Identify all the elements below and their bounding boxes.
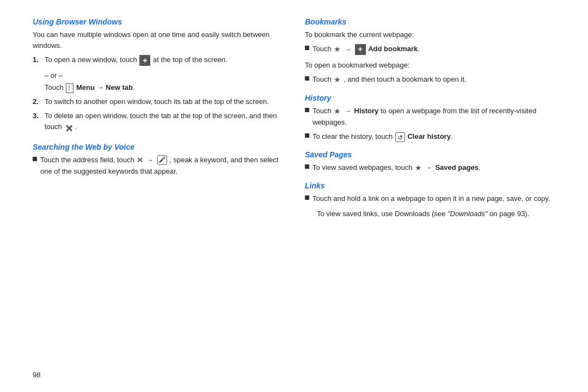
right-column: Bookmarks To bookmark the current webpag… — [305, 17, 555, 375]
saved-pages-label: Saved pages — [435, 163, 479, 171]
history-list: Touch ★ → History to open a webpage from… — [305, 106, 555, 143]
menu-instruction: Touch ⋮ Menu → New tab. — [45, 82, 283, 93]
list-item-content: To switch to another open window, touch … — [45, 96, 269, 107]
star-icon: ★ — [334, 44, 341, 56]
list-item-content: Touch ★ → History to open a webpage from… — [313, 106, 555, 128]
list-item: To view saved webpages, touch ★ → Saved … — [305, 162, 555, 174]
section-saved-pages: Saved Pages To view saved webpages, touc… — [305, 150, 555, 179]
list-item-content: Touch and hold a link on a webpage to op… — [313, 193, 550, 204]
section-links: Links Touch and hold a link on a webpage… — [305, 181, 555, 222]
add-bookmark-label: Add bookmark — [368, 45, 418, 53]
saved-pages-title: Saved Pages — [305, 150, 555, 159]
bullet-icon — [305, 164, 309, 169]
list-item: 1. To open a new window, touch + at the … — [33, 54, 283, 66]
section-using-browser: Using Browser Windows You can have multi… — [33, 17, 283, 137]
bookmarks-title: Bookmarks — [305, 17, 555, 26]
bullet-icon — [305, 46, 309, 50]
bullet-icon — [33, 157, 37, 161]
section-bookmarks: Bookmarks To bookmark the current webpag… — [305, 17, 555, 90]
mic-container: 🎤 — [157, 155, 167, 165]
list-item: To clear the history, touch ↺ Clear hist… — [305, 131, 555, 142]
star-icon: ★ — [334, 106, 341, 118]
arrow-icon: → — [147, 155, 154, 166]
page-number: 98 — [33, 371, 40, 379]
list-item-content: Touch ★ , and then touch a bookmark to o… — [313, 74, 466, 86]
x-icon — [64, 122, 74, 132]
bullet-icon — [305, 195, 309, 200]
list-num: 3. — [33, 111, 41, 132]
bullet-icon — [305, 108, 309, 112]
section-history: History Touch ★ → History to open a webp… — [305, 94, 555, 147]
links-list: Touch and hold a link on a webpage to op… — [305, 193, 555, 204]
plus-icon: + — [139, 55, 150, 66]
refresh-icon: ↺ — [395, 132, 405, 142]
links-title: Links — [305, 181, 555, 190]
list-item-content: To delete an open window, touch the tab … — [45, 111, 283, 132]
bookmarks-intro2: To open a bookmarked webpage: — [305, 60, 555, 71]
scissors-icon: ✕ — [137, 155, 143, 167]
list-item-content: Touch ★ → + Add bookmark. — [313, 44, 420, 56]
list-item-content: Touch the address field, touch ✕ → 🎤 , s… — [40, 155, 283, 177]
or-line: – or – — [45, 70, 283, 81]
history-title: History — [305, 94, 555, 102]
star-icon: ★ — [415, 162, 422, 174]
add-bookmark-icon: + — [355, 44, 366, 55]
using-browser-list-2: 2. To switch to another open window, tou… — [33, 96, 283, 132]
list-item: Touch ★ → History to open a webpage from… — [305, 106, 555, 128]
history-label: History — [354, 107, 379, 115]
bookmarks-intro1: To bookmark the current webpage: — [305, 29, 555, 40]
clear-history-label: Clear history — [407, 132, 450, 140]
arrow-icon: → — [345, 45, 351, 55]
bookmarks-list1: Touch ★ → + Add bookmark. — [305, 44, 555, 56]
star-icon: ★ — [334, 74, 341, 86]
section-search-voice: Searching the Web by Voice Touch the add… — [33, 143, 283, 182]
arrow-icon: → — [345, 106, 351, 117]
bullet-icon — [305, 133, 309, 138]
list-item: 2. To switch to another open window, tou… — [33, 96, 283, 107]
left-column: Using Browser Windows You can have multi… — [33, 17, 283, 375]
list-num: 1. — [33, 54, 41, 66]
saved-pages-list: To view saved webpages, touch ★ → Saved … — [305, 162, 555, 174]
list-item-content: To open a new window, touch + at the top… — [45, 54, 228, 66]
search-voice-title: Searching the Web by Voice — [33, 143, 283, 151]
menu-icon: ⋮ — [66, 83, 74, 93]
list-item: Touch ★ , and then touch a bookmark to o… — [305, 74, 555, 86]
bookmarks-list2: Touch ★ , and then touch a bookmark to o… — [305, 74, 555, 86]
list-item-content: To view saved webpages, touch ★ → Saved … — [313, 162, 481, 174]
arrow-icon: → — [426, 163, 432, 173]
bullet-icon — [305, 76, 309, 81]
using-browser-intro: You can have multiple windows open at on… — [33, 29, 283, 51]
list-item: Touch the address field, touch ✕ → 🎤 , s… — [33, 155, 283, 177]
list-item: Touch ★ → + Add bookmark. — [305, 44, 555, 56]
list-item: 3. To delete an open window, touch the t… — [33, 111, 283, 132]
list-num: 2. — [33, 96, 41, 107]
list-item-content: To clear the history, touch ↺ Clear hist… — [313, 131, 453, 142]
list-item: Touch and hold a link on a webpage to op… — [305, 193, 555, 204]
menu-label: Menu → New tab — [76, 83, 133, 91]
using-browser-title: Using Browser Windows — [33, 17, 283, 26]
links-sub-text: To view saved links, use Downloads (see … — [317, 209, 555, 219]
search-voice-list: Touch the address field, touch ✕ → 🎤 , s… — [33, 155, 283, 177]
using-browser-list: 1. To open a new window, touch + at the … — [33, 54, 283, 66]
